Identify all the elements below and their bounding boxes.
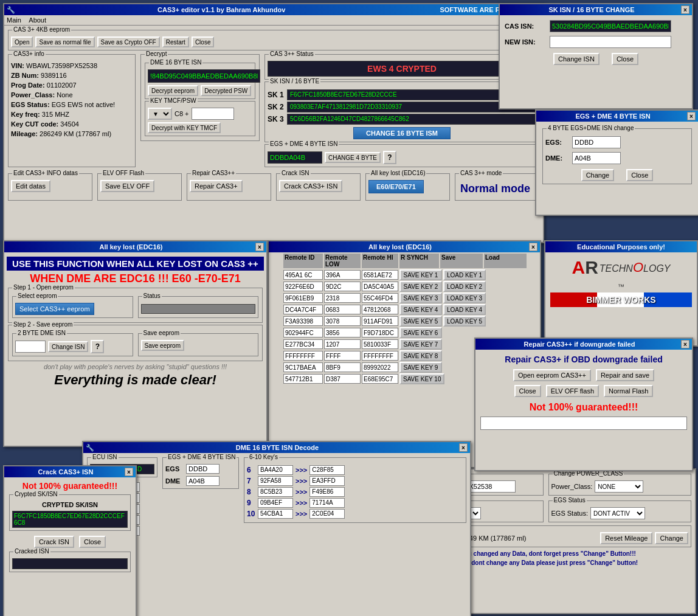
repair-not-guaranteed: Not 100% guaranteed!!! — [480, 402, 687, 413]
edc16-window: All key lost (EDC16) × USE THIS FUNCTION… — [3, 240, 268, 447]
row5-low: 3078 — [324, 316, 361, 326]
main-title: CAS3+ editor v1.1 by Bahram Akhundov — [15, 6, 427, 13]
repair-and-save-btn[interactable]: Repair and save — [596, 369, 654, 381]
reset-mileage-btn[interactable]: Reset Mileage — [600, 532, 652, 544]
row1-hi: 6581AE72 — [362, 270, 398, 280]
save-key-5-btn[interactable]: SAVE KEY 5 — [399, 316, 442, 327]
change-isn-btn[interactable]: Change ISN — [553, 53, 600, 65]
select-cas3-btn[interactable]: Select CAS3++ eeprom — [15, 303, 94, 315]
skisn-window: SK ISN / 16 BYTE CHANGE × CAS ISN: NEW I… — [499, 3, 693, 109]
power-class-value: None — [57, 91, 72, 99]
skisn-close-btn[interactable]: Close — [612, 53, 638, 65]
row8-hi: FFFFFFFF — [362, 351, 398, 361]
key9-val2: 71714A — [309, 498, 345, 508]
egs-window-input[interactable] — [572, 136, 621, 148]
tmcf-input[interactable] — [192, 108, 234, 120]
egs-dme-4byte-input[interactable] — [268, 151, 322, 164]
table-row: 922F6E6D 9D2C DA5C40A5 SAVE KEY 2 LOAD K… — [270, 281, 539, 292]
e60-btn[interactable]: E60/E70/E71 — [368, 180, 424, 193]
load-key-5-btn[interactable]: LOAD KEY 5 — [443, 316, 486, 327]
col-remote-hi: Remote HI — [362, 254, 398, 268]
cracked-isn-input[interactable] — [12, 558, 128, 569]
edit-datas-btn[interactable]: Edit datas — [11, 180, 50, 192]
save-key-7-btn[interactable]: SAVE KEY 7 — [399, 339, 442, 350]
open-button[interactable]: Open — [11, 36, 33, 47]
decrypted-psw-btn[interactable]: Decrypted PSW — [201, 85, 251, 96]
change-16-byte-btn[interactable]: CHANGE 16 BYTE ISM — [353, 127, 451, 139]
save-key-6-btn[interactable]: SAVE KEY 6 — [399, 327, 442, 338]
egs-dme-change-btn[interactable]: Change — [581, 169, 615, 181]
crack-cas3-isn-btn[interactable]: Crack CAS3+ ISN — [279, 180, 342, 192]
close-button[interactable]: Close — [192, 36, 215, 47]
key7-num: 7 — [247, 477, 255, 485]
save-key-9-btn[interactable]: SAVE KEY 9 — [399, 362, 442, 373]
skisn-close-icon[interactable]: × — [681, 5, 689, 14]
edc16-change-isn-btn[interactable]: Change ISN — [48, 341, 88, 352]
menu-main[interactable]: Main — [7, 16, 21, 24]
egs-dme-close-btn[interactable]: Close — [626, 169, 653, 181]
load-key-1-btn[interactable]: LOAD KEY 1 — [443, 269, 486, 280]
repair-close-btn[interactable]: Close — [514, 385, 541, 397]
col-r-synch: R SYNCH — [399, 254, 439, 268]
menu-about[interactable]: About — [29, 16, 46, 24]
power-class-select[interactable]: NONE — [595, 480, 643, 493]
dme-window-input[interactable] — [572, 152, 621, 164]
egs-decode-value: DDBD — [186, 464, 219, 474]
restart-button[interactable]: Restart — [162, 36, 189, 47]
save-key-8-btn[interactable]: SAVE KEY 8 — [399, 350, 442, 361]
two-byte-isn-label: 2 BYTE DME ISN — [16, 330, 67, 336]
row1-id: 495A1 6C — [283, 270, 323, 280]
zb-label: ZB Num: — [11, 72, 39, 79]
save-key-2-btn[interactable]: SAVE KEY 2 — [399, 281, 442, 292]
egs-status-select[interactable]: DONT ACTIV — [590, 507, 645, 519]
repair-close-icon[interactable]: × — [681, 340, 689, 348]
repair-normal-btn[interactable]: Normal Flash — [604, 385, 653, 397]
save-key-4-btn[interactable]: SAVE KEY 4 — [399, 304, 442, 315]
edc16-close-icon[interactable]: × — [255, 243, 264, 251]
dme-16byte-isn-group: DME 16 BYTE ISN Decrypt eeprom Decrypted… — [145, 63, 255, 99]
save-key-3-btn[interactable]: SAVE KEY 3 — [399, 292, 442, 303]
load-key-2-btn[interactable]: LOAD KEY 2 — [443, 281, 486, 292]
new-isn-input[interactable] — [550, 36, 671, 48]
edc16-question-btn[interactable]: ? — [91, 340, 104, 353]
repair-cas3-btn[interactable]: Repair CAS3+ — [190, 180, 243, 192]
key-tmcf-group: KEY TMCF/PSW ▼ C8 + Decrypt with KEY TMC… — [145, 101, 255, 136]
skisn-titlebar: SK ISN / 16 BYTE CHANGE × — [500, 4, 692, 15]
save-key-1-btn[interactable]: SAVE KEY 1 — [399, 269, 442, 280]
dont-play-text: don't play with people's nerves by askin… — [7, 363, 264, 370]
row9-hi: 89992022 — [362, 362, 398, 372]
repair-input[interactable] — [480, 417, 687, 430]
vin-label: VIN: — [11, 62, 24, 69]
dme-isn-input[interactable] — [148, 69, 260, 83]
crack-isn-btn[interactable]: Crack ISN — [34, 536, 74, 548]
save-elv-off-btn[interactable]: Save ELV OFF — [100, 180, 154, 192]
egsdme-close-icon[interactable]: × — [687, 112, 696, 120]
dme-decode-label: DME — [165, 477, 184, 485]
egs-decode-label: EGS — [165, 465, 184, 472]
decrypt-eeprom-btn[interactable]: Decrypt eeprom — [148, 85, 198, 96]
repair-elv-btn[interactable]: ELV OFF flash — [546, 385, 599, 397]
change-4byte-btn[interactable]: CHANGE 4 BYTE — [325, 152, 381, 163]
cas-isn-input[interactable] — [550, 20, 671, 32]
decrypt-key-tmcf-btn[interactable]: Decrypt with KEY TMCF — [148, 122, 221, 133]
keylist-close-icon[interactable]: × — [529, 243, 537, 251]
load-key-3-btn[interactable]: LOAD KEY 3 — [443, 292, 486, 303]
save-key-10-btn[interactable]: SAVE KEY 10 — [399, 373, 444, 384]
crackisn-title: Crack CAS3+ ISN — [7, 468, 125, 476]
bottom-change-btn[interactable]: Change — [655, 532, 688, 544]
key8-arrow: >>> — [295, 488, 307, 496]
row3-low: 2318 — [324, 293, 361, 303]
save-crypto-button[interactable]: Save as Crypto OFF — [97, 36, 160, 47]
dme16-close-icon[interactable]: × — [459, 443, 468, 452]
crackisn-close-icon[interactable]: × — [125, 468, 133, 476]
4byte-question-btn[interactable]: ? — [383, 151, 396, 164]
tmcf-dropdown[interactable]: ▼ — [148, 108, 172, 120]
status-group: Status — [138, 296, 259, 318]
save-eeprom-btn[interactable]: Save eeprom — [141, 340, 184, 351]
crack-close-btn[interactable]: Close — [79, 536, 106, 548]
save-normal-button[interactable]: Save as normal file — [35, 36, 94, 47]
open-eeprom-cas3-btn[interactable]: Open eeprom CAS3++ — [513, 369, 591, 381]
load-key-4-btn[interactable]: LOAD KEY 4 — [443, 304, 486, 315]
two-byte-isn-input[interactable] — [15, 341, 46, 353]
key9-val1: 09B4EF — [258, 498, 293, 508]
